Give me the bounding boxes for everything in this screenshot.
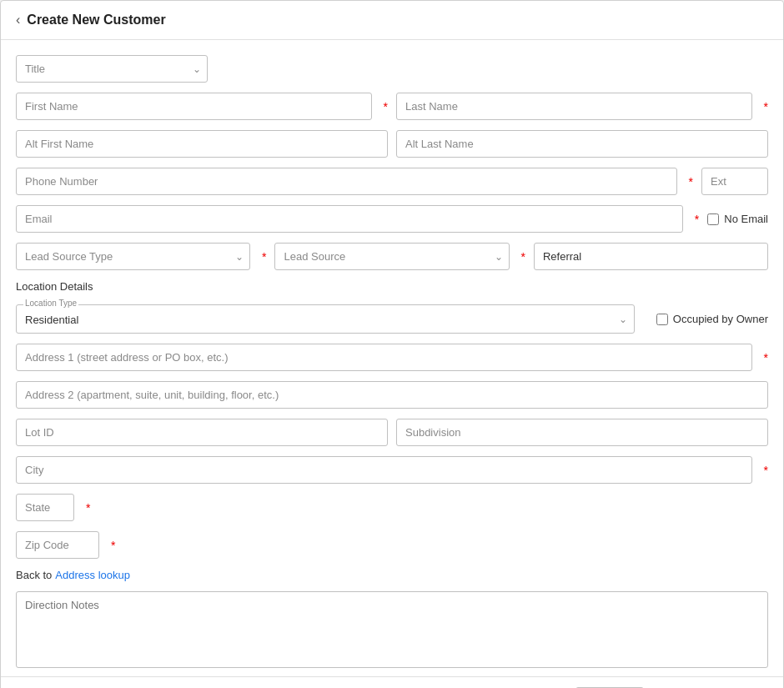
form-body: Title Mr. Mrs. Ms. Dr. ⌄ * * (1, 40, 783, 676)
lead-source-type-field: Lead Source Type ⌄ (16, 243, 250, 270)
no-email-row: No Email (707, 213, 768, 225)
email-input[interactable] (16, 205, 683, 233)
address1-row: * (16, 344, 768, 371)
lead-source-type-select[interactable]: Lead Source Type (16, 243, 250, 270)
alt-last-name-field (396, 130, 768, 158)
address2-field (16, 381, 768, 409)
last-name-field (396, 93, 752, 120)
occupied-by-owner-row: Occupied by Owner (656, 313, 768, 325)
alt-name-row (16, 130, 768, 158)
location-details-section: Location Details (16, 280, 768, 294)
page-title: Create New Customer (27, 13, 165, 28)
referral-input[interactable] (534, 243, 768, 270)
name-row: * * (16, 93, 768, 120)
lead-source-wrapper: Lead Source ⌄ (274, 243, 509, 270)
lot-id-field (16, 419, 388, 446)
state-field (16, 494, 74, 521)
phone-number-field (16, 168, 677, 195)
title-select[interactable]: Title Mr. Mrs. Ms. Dr. (16, 55, 208, 83)
address1-field (16, 344, 752, 371)
location-type-label: Location Type (23, 299, 78, 308)
address2-row (16, 381, 768, 409)
lead-source-select[interactable]: Lead Source (274, 243, 509, 270)
location-type-select[interactable]: Residential Commercial (17, 305, 634, 333)
address1-required: * (764, 351, 768, 364)
zip-code-field (16, 531, 99, 559)
phone-number-input[interactable] (16, 168, 677, 195)
title-select-wrapper: Title Mr. Mrs. Ms. Dr. ⌄ (16, 55, 208, 83)
first-name-input[interactable] (16, 93, 372, 120)
form-footer: Cancel Create Customer (1, 676, 783, 688)
no-email-checkbox[interactable] (707, 213, 719, 225)
lot-subdivision-row (16, 419, 768, 446)
state-input[interactable] (16, 494, 74, 521)
phone-row: * (16, 168, 768, 195)
no-email-label: No Email (724, 213, 768, 225)
address1-input[interactable] (16, 344, 752, 371)
zip-code-input[interactable] (16, 531, 99, 559)
state-zip-row: * (16, 494, 768, 521)
email-field (16, 205, 683, 233)
lead-source-required: * (521, 250, 525, 264)
last-name-input[interactable] (396, 93, 752, 120)
last-name-required: * (764, 100, 768, 113)
subdivision-field (396, 419, 768, 446)
back-icon[interactable]: ‹ (16, 13, 20, 28)
title-row: Title Mr. Mrs. Ms. Dr. ⌄ (16, 55, 768, 83)
email-row: * No Email (16, 205, 768, 233)
direction-notes-textarea[interactable] (25, 599, 759, 657)
ext-input[interactable] (701, 168, 768, 195)
location-details-label: Location Details (16, 280, 768, 293)
phone-required: * (689, 175, 693, 188)
city-input[interactable] (16, 456, 752, 484)
address2-input[interactable] (16, 381, 768, 409)
zip-row: * (16, 531, 768, 559)
city-row: * (16, 456, 768, 484)
direction-notes-row (16, 591, 768, 668)
location-type-row: Location Type Residential Commercial ⌄ O… (16, 304, 768, 334)
alt-first-name-field (16, 130, 388, 158)
lot-id-input[interactable] (16, 419, 388, 446)
title-field: Title Mr. Mrs. Ms. Dr. ⌄ (16, 55, 208, 83)
email-required: * (695, 213, 699, 226)
create-customer-page: ‹ Create New Customer Title Mr. Mrs. Ms.… (0, 0, 784, 688)
occupied-by-owner-checkbox[interactable] (656, 314, 668, 325)
first-name-required: * (384, 100, 388, 113)
alt-last-name-input[interactable] (396, 130, 768, 158)
page-header: ‹ Create New Customer (1, 1, 783, 40)
state-required: * (86, 501, 90, 515)
address-lookup-link[interactable]: Address lookup (55, 569, 130, 581)
subdivision-input[interactable] (396, 419, 768, 446)
first-name-field (16, 93, 372, 120)
referral-field (534, 243, 768, 270)
back-to-address-row: Back to Address lookup (16, 569, 768, 581)
zip-required: * (111, 539, 115, 552)
back-to-label: Back to (16, 569, 52, 581)
occupied-by-owner-label: Occupied by Owner (673, 313, 768, 325)
lead-source-type-wrapper: Lead Source Type ⌄ (16, 243, 250, 270)
lead-source-row: Lead Source Type ⌄ * Lead Source ⌄ * (16, 243, 768, 270)
ext-field (701, 168, 768, 195)
city-field (16, 456, 752, 484)
lead-source-type-required: * (262, 250, 266, 264)
direction-notes-field (16, 591, 768, 668)
lead-source-field: Lead Source ⌄ (274, 243, 509, 270)
city-required: * (764, 464, 768, 477)
location-type-wrapper: Location Type Residential Commercial ⌄ (16, 304, 635, 334)
alt-first-name-input[interactable] (16, 130, 388, 158)
